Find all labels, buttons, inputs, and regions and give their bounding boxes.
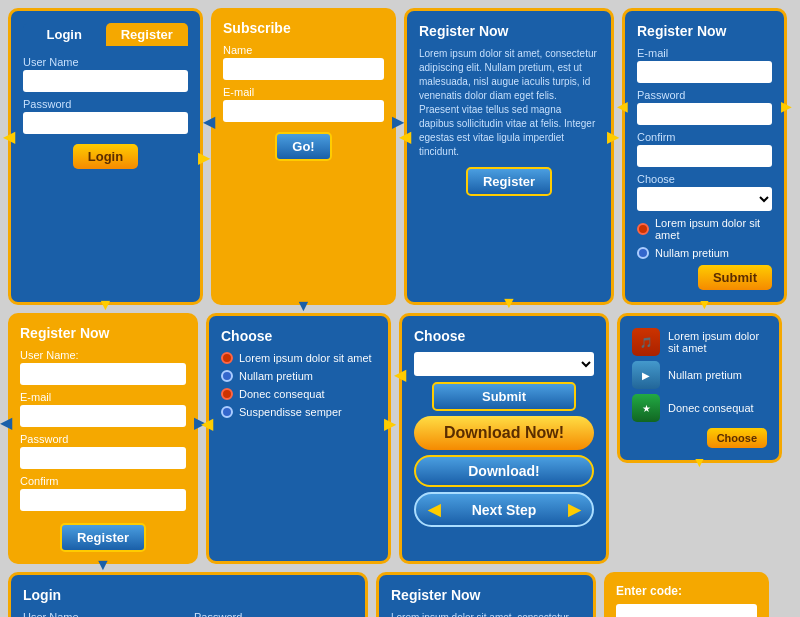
arrow-left-blue-icon: ◀	[203, 112, 215, 131]
reg-username-label: User Name:	[20, 349, 186, 361]
col-submit-button[interactable]: Submit	[698, 265, 772, 290]
choose-mid-title: Choose	[221, 328, 376, 344]
next-step-button[interactable]: ◀ Next Step ▶	[414, 492, 594, 527]
col-email-label: E-mail	[637, 47, 772, 59]
arrow-bottom-icon: ▼	[98, 296, 114, 314]
arrow-right-icon: ▶	[198, 147, 210, 166]
login-button[interactable]: Login	[73, 144, 138, 169]
col-arrow-bottom: ▼	[698, 296, 712, 312]
col-option1: Lorem ipsum dolor sit amet	[637, 217, 772, 241]
reg-register-button[interactable]: Register	[60, 523, 146, 552]
col-choose-label: Choose	[637, 173, 772, 185]
reg-email-label: E-mail	[20, 391, 186, 403]
col-choose-select[interactable]	[637, 187, 772, 211]
choose-option1[interactable]: Lorem ipsum dolor sit amet	[221, 352, 376, 364]
col-email-input[interactable]	[637, 61, 772, 83]
email-input[interactable]	[223, 100, 384, 122]
arrow-left-icon: ◀	[3, 127, 15, 146]
choose-option3[interactable]: Donec consequat	[221, 388, 376, 400]
next-arrow-right-icon: ▶	[568, 500, 580, 519]
username-input[interactable]	[23, 70, 188, 92]
reg-email-input[interactable]	[20, 405, 186, 427]
col-option2: Nullam pretium	[637, 247, 772, 259]
icon-option3[interactable]: ★ Donec consequat	[632, 394, 767, 422]
reg-password-input[interactable]	[20, 447, 186, 469]
choose-arrow-left: ◀	[201, 414, 213, 433]
tab-register[interactable]: Register	[106, 23, 189, 46]
name-label: Name	[223, 44, 384, 56]
reg-arrow-left: ◀	[0, 413, 12, 432]
choose-arrow-right: ▶	[384, 414, 396, 433]
icon-arrow-bottom: ▼	[693, 454, 707, 470]
register-col-title: Register Now	[637, 23, 772, 39]
login-b-password-label: Password	[194, 611, 353, 617]
col-confirm-input[interactable]	[637, 145, 772, 167]
reg-password-label: Password	[20, 433, 186, 445]
username-label: User Name	[23, 56, 188, 68]
arrow-right-icon2: ▶	[607, 127, 619, 146]
icon-green: ★	[632, 394, 660, 422]
choose-right-title: Choose	[414, 328, 594, 344]
reg-confirm-input[interactable]	[20, 489, 186, 511]
password-input[interactable]	[23, 112, 188, 134]
register-now-top-body: Lorem ipsum dolor sit amet, consectetur …	[419, 47, 599, 159]
col-password-label: Password	[637, 89, 772, 101]
login-bottom-title: Login	[23, 587, 353, 603]
download-button[interactable]: Download!	[414, 455, 594, 487]
email-label: E-mail	[223, 86, 384, 98]
reg-bottom-title: Register Now	[391, 587, 581, 603]
tab-login[interactable]: Login	[23, 23, 106, 46]
login-b-username-label: User Name	[23, 611, 182, 617]
icon-red: 🎵	[632, 328, 660, 356]
name-input[interactable]	[223, 58, 384, 80]
icon-blue: ▶	[632, 361, 660, 389]
icon-option1[interactable]: 🎵 Lorem ipsum dolor sit amet	[632, 328, 767, 356]
choose-right-arrow-left: ◀	[394, 365, 406, 384]
arrow-bottom-icon2: ▼	[501, 294, 517, 312]
password-label: Password	[23, 98, 188, 110]
col-arrow-left: ◀	[617, 98, 628, 114]
icon-option2[interactable]: ▶ Nullam pretium	[632, 361, 767, 389]
download-now-button[interactable]: Download Now!	[414, 416, 594, 450]
next-arrow-left-icon: ◀	[428, 500, 440, 519]
go-button[interactable]: Go!	[275, 132, 331, 161]
submit-button[interactable]: Submit	[432, 382, 576, 411]
register-now-top-title: Register Now	[419, 23, 599, 39]
enter-code-input[interactable]	[616, 604, 757, 617]
reg-username-input[interactable]	[20, 363, 186, 385]
icon-choose-button[interactable]: Choose	[707, 428, 767, 448]
enter-code-title: Enter code:	[616, 584, 757, 598]
col-arrow-right: ▶	[781, 98, 792, 114]
choose-option2[interactable]: Nullam pretium	[221, 370, 376, 382]
subscribe-title: Subscribe	[223, 20, 384, 36]
col-confirm-label: Confirm	[637, 131, 772, 143]
register-left-title: Register Now	[20, 325, 186, 341]
col-password-input[interactable]	[637, 103, 772, 125]
choose-right-select[interactable]	[414, 352, 594, 376]
choose-option4[interactable]: Suspendisse semper	[221, 406, 376, 418]
reg-confirm-label: Confirm	[20, 475, 186, 487]
arrow-left-icon2: ◀	[399, 127, 411, 146]
register-top-button[interactable]: Register	[466, 167, 552, 196]
reg-bottom-body: Lorem ipsum dolor sit amet, consectetur …	[391, 611, 581, 617]
